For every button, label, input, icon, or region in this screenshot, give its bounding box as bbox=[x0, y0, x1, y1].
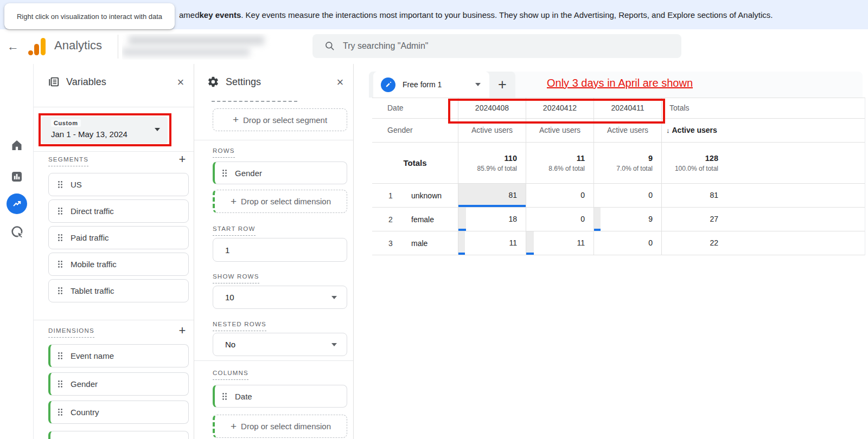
segment-chip-direct-traffic[interactable]: Direct traffic bbox=[48, 199, 189, 223]
explore-icon-active[interactable] bbox=[7, 193, 27, 214]
tab-free-form-1[interactable]: Free form 1 bbox=[373, 72, 489, 98]
dimension-chip-event-name[interactable]: Event name bbox=[48, 344, 189, 367]
columns-dimension-drop-zone[interactable]: + Drop or select dimension bbox=[213, 415, 347, 438]
settings-title: Settings bbox=[226, 76, 261, 88]
row-label: male bbox=[411, 239, 427, 248]
segment-drop-zone[interactable]: + Drop or select segment bbox=[213, 108, 347, 131]
nav-rail bbox=[0, 64, 34, 439]
rows-drop-label: Drop or select dimension bbox=[241, 197, 331, 206]
dimension-chip-country[interactable]: Country bbox=[48, 401, 189, 424]
chevron-down-icon bbox=[475, 83, 481, 86]
metric-header-totals-sorted[interactable]: ↓Active users bbox=[662, 119, 727, 142]
back-arrow-icon[interactable]: ← bbox=[5, 39, 21, 54]
table-cell[interactable]: 0 bbox=[594, 231, 662, 255]
sort-descending-icon: ↓ bbox=[666, 126, 670, 134]
variables-panel: Variables × Custom Jan 1 - May 13, 2024 … bbox=[34, 64, 194, 439]
row-index: 3 bbox=[372, 239, 411, 248]
row-index: 1 bbox=[372, 191, 411, 200]
add-dimension-button[interactable]: + bbox=[176, 325, 189, 338]
exploration-canvas: Free form 1 + Only 3 days in April are s… bbox=[354, 64, 868, 439]
table-cell[interactable]: 9 bbox=[594, 208, 662, 231]
search-icon bbox=[324, 41, 335, 51]
table-cell[interactable]: 0 bbox=[594, 184, 662, 207]
chevron-down-icon bbox=[331, 296, 337, 299]
segment-chip-paid-traffic[interactable]: Paid traffic bbox=[48, 226, 189, 249]
segment-drop-label: Drop or select segment bbox=[243, 115, 327, 125]
segment-chip-tablet-traffic[interactable]: Tablet traffic bbox=[48, 279, 189, 302]
table-cell-total[interactable]: 22 bbox=[662, 231, 727, 255]
metric-header[interactable]: Active users bbox=[594, 119, 662, 142]
show-rows-label: SHOW ROWS bbox=[213, 273, 259, 283]
columns-chip-date[interactable]: Date bbox=[213, 385, 347, 408]
home-icon[interactable] bbox=[10, 139, 23, 152]
corner-cell-date: Date bbox=[372, 98, 458, 118]
totals-row-label: Totals bbox=[372, 143, 458, 183]
row-index: 2 bbox=[372, 215, 411, 224]
column-header-date-2[interactable]: 20240412 bbox=[526, 98, 594, 118]
table-cell-total[interactable]: 27 bbox=[662, 208, 727, 231]
table-cell[interactable]: 11 bbox=[458, 231, 526, 255]
totals-cell[interactable]: 11 8.6% of total bbox=[526, 143, 594, 183]
table-cell[interactable]: 81 bbox=[458, 184, 526, 207]
metric-header[interactable]: Active users bbox=[458, 119, 526, 142]
nested-rows-select[interactable]: No bbox=[213, 333, 347, 356]
add-segment-button[interactable]: + bbox=[176, 153, 189, 166]
table-cell[interactable]: 18 bbox=[458, 208, 526, 231]
totals-cell[interactable]: 9 7.0% of total bbox=[594, 143, 662, 183]
dimension-chip-gender[interactable]: Gender bbox=[48, 372, 189, 396]
segment-chip-mobile-traffic[interactable]: Mobile traffic bbox=[48, 253, 189, 276]
table-row-female: 2female 18 0 9 27 bbox=[372, 208, 865, 231]
start-row-field[interactable] bbox=[213, 238, 347, 262]
filler-cell bbox=[727, 231, 865, 255]
dimension-chip-partial[interactable] bbox=[48, 431, 189, 439]
table-cell[interactable]: 0 bbox=[526, 208, 594, 231]
advertising-icon[interactable] bbox=[10, 225, 25, 241]
totals-cell-grand[interactable]: 128 100.0% of total bbox=[662, 143, 727, 183]
segment-label: US bbox=[71, 180, 82, 189]
table-cell-total[interactable]: 81 bbox=[662, 184, 727, 207]
show-rows-select[interactable]: 10 bbox=[213, 286, 347, 309]
dimension-label: Gender bbox=[71, 379, 98, 389]
property-name-blurred[interactable] bbox=[122, 34, 273, 60]
column-header-date-3[interactable]: 20240411 bbox=[594, 98, 662, 118]
segment-chip-us[interactable]: US bbox=[48, 173, 189, 196]
analytics-logo-icon bbox=[27, 37, 47, 56]
variables-close-icon[interactable]: × bbox=[174, 76, 188, 90]
date-range-picker[interactable]: Custom Jan 1 - May 13, 2024 bbox=[41, 117, 168, 144]
plus-icon: + bbox=[231, 421, 237, 432]
table-cell[interactable]: 0 bbox=[526, 184, 594, 207]
nested-rows-value: No bbox=[225, 340, 235, 349]
rows-chip-gender[interactable]: Gender bbox=[213, 162, 347, 184]
drag-handle-icon bbox=[58, 260, 63, 268]
columns-chip-label: Date bbox=[235, 392, 252, 401]
show-rows-value: 10 bbox=[225, 293, 234, 302]
metric-header[interactable]: Active users bbox=[526, 119, 594, 142]
add-tab-button[interactable]: + bbox=[489, 72, 515, 98]
column-header-date-1[interactable]: 20240408 bbox=[458, 98, 526, 118]
drag-handle-icon bbox=[222, 169, 227, 177]
table-header-row-metric: Gender Active users Active users Active … bbox=[372, 119, 865, 143]
dimension-label: Event name bbox=[71, 351, 114, 360]
column-header-totals: Totals bbox=[662, 98, 727, 118]
table-row-male: 3male 11 11 0 22 bbox=[372, 231, 865, 255]
rows-dimension-drop-zone[interactable]: + Drop or select dimension bbox=[213, 190, 347, 213]
metric-header-label: Active users bbox=[672, 126, 717, 134]
date-range-value: Jan 1 - May 13, 2024 bbox=[51, 130, 127, 139]
drag-handle-icon bbox=[58, 207, 63, 215]
start-row-input[interactable] bbox=[225, 246, 323, 255]
table-cell[interactable]: 11 bbox=[526, 231, 594, 255]
drag-handle-icon bbox=[58, 408, 63, 416]
banner-text-prefix: amed bbox=[179, 10, 200, 20]
table-header-row-dates: Date 20240408 20240412 20240411 Totals bbox=[372, 98, 865, 119]
totals-cell[interactable]: 110 85.9% of total bbox=[458, 143, 526, 183]
pencil-icon bbox=[381, 78, 395, 92]
explore-icon bbox=[11, 198, 23, 210]
search-bar[interactable] bbox=[312, 34, 681, 58]
scrolled-dropzone-edge bbox=[212, 101, 297, 102]
tab-label: Free form 1 bbox=[403, 80, 442, 89]
variables-icon bbox=[48, 76, 60, 88]
search-input[interactable] bbox=[343, 41, 647, 51]
settings-close-icon[interactable]: × bbox=[333, 76, 347, 90]
product-name: Analytics bbox=[54, 38, 102, 53]
reports-icon[interactable] bbox=[10, 170, 23, 183]
